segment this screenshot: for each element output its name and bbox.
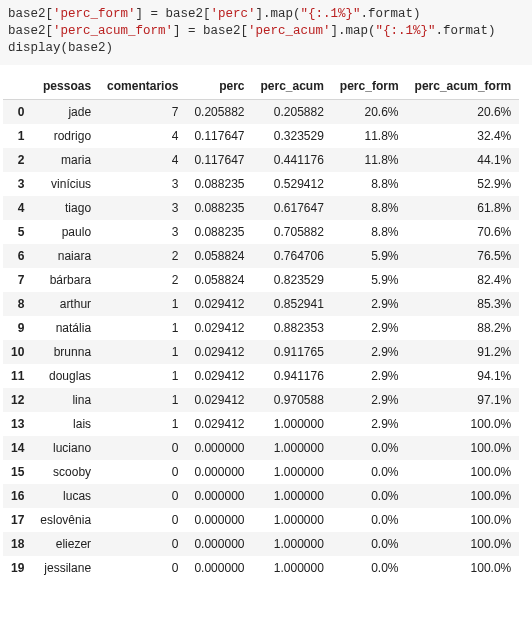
cell-perc_acum_form: 100.0% <box>407 508 520 532</box>
row-index: 2 <box>3 148 32 172</box>
cell-comentarios: 0 <box>99 508 186 532</box>
row-index: 17 <box>3 508 32 532</box>
cell-perc_acum: 0.941176 <box>252 364 331 388</box>
cell-perc_acum_form: 61.8% <box>407 196 520 220</box>
cell-perc_acum_form: 91.2% <box>407 340 520 364</box>
cell-perc: 0.058824 <box>186 268 252 292</box>
cell-perc_acum_form: 70.6% <box>407 220 520 244</box>
cell-perc_acum: 1.000000 <box>252 412 331 436</box>
cell-perc: 0.029412 <box>186 316 252 340</box>
table-row: 5paulo30.0882350.7058828.8%70.6% <box>3 220 519 244</box>
row-index: 18 <box>3 532 32 556</box>
cell-perc: 0.000000 <box>186 436 252 460</box>
cell-comentarios: 7 <box>99 99 186 124</box>
cell-comentarios: 1 <box>99 388 186 412</box>
cell-perc_acum: 1.000000 <box>252 460 331 484</box>
cell-pessoas: jade <box>32 99 99 124</box>
cell-perc_form: 0.0% <box>332 508 407 532</box>
cell-perc_acum: 1.000000 <box>252 436 331 460</box>
cell-perc: 0.029412 <box>186 412 252 436</box>
cell-pessoas: lucas <box>32 484 99 508</box>
cell-perc_acum_form: 100.0% <box>407 532 520 556</box>
cell-pessoas: paulo <box>32 220 99 244</box>
table-row: 3vinícius30.0882350.5294128.8%52.9% <box>3 172 519 196</box>
cell-perc: 0.088235 <box>186 220 252 244</box>
cell-perc_acum: 0.882353 <box>252 316 331 340</box>
table-row: 8arthur10.0294120.8529412.9%85.3% <box>3 292 519 316</box>
cell-comentarios: 0 <box>99 556 186 580</box>
table-row: 7bárbara20.0588240.8235295.9%82.4% <box>3 268 519 292</box>
cell-perc_form: 0.0% <box>332 484 407 508</box>
cell-comentarios: 0 <box>99 460 186 484</box>
cell-pessoas: maria <box>32 148 99 172</box>
cell-comentarios: 3 <box>99 172 186 196</box>
cell-perc: 0.000000 <box>186 556 252 580</box>
cell-perc_form: 20.6% <box>332 99 407 124</box>
cell-perc: 0.000000 <box>186 484 252 508</box>
cell-perc_form: 8.8% <box>332 196 407 220</box>
cell-perc_form: 0.0% <box>332 532 407 556</box>
cell-pessoas: rodrigo <box>32 124 99 148</box>
table-row: 16lucas00.0000001.0000000.0%100.0% <box>3 484 519 508</box>
cell-perc_acum_form: 100.0% <box>407 556 520 580</box>
cell-perc: 0.205882 <box>186 99 252 124</box>
table-row: 10brunna10.0294120.9117652.9%91.2% <box>3 340 519 364</box>
table-row: 13lais10.0294121.0000002.9%100.0% <box>3 412 519 436</box>
cell-perc_acum: 0.970588 <box>252 388 331 412</box>
cell-perc: 0.088235 <box>186 172 252 196</box>
table-row: 11douglas10.0294120.9411762.9%94.1% <box>3 364 519 388</box>
cell-perc_acum_form: 44.1% <box>407 148 520 172</box>
cell-comentarios: 3 <box>99 196 186 220</box>
cell-pessoas: naiara <box>32 244 99 268</box>
cell-perc_acum: 0.911765 <box>252 340 331 364</box>
cell-perc_form: 2.9% <box>332 412 407 436</box>
cell-perc_form: 2.9% <box>332 364 407 388</box>
cell-perc_acum_form: 32.4% <box>407 124 520 148</box>
row-index: 15 <box>3 460 32 484</box>
cell-pessoas: eliezer <box>32 532 99 556</box>
table-row: 4tiago30.0882350.6176478.8%61.8% <box>3 196 519 220</box>
row-index: 3 <box>3 172 32 196</box>
row-index: 13 <box>3 412 32 436</box>
cell-comentarios: 4 <box>99 124 186 148</box>
row-index: 8 <box>3 292 32 316</box>
cell-perc_acum_form: 88.2% <box>407 316 520 340</box>
col-header: perc_form <box>332 73 407 100</box>
row-index: 1 <box>3 124 32 148</box>
cell-perc_acum_form: 100.0% <box>407 436 520 460</box>
cell-perc_acum: 1.000000 <box>252 508 331 532</box>
row-index: 12 <box>3 388 32 412</box>
cell-pessoas: natália <box>32 316 99 340</box>
row-index: 16 <box>3 484 32 508</box>
table-row: 15scooby00.0000001.0000000.0%100.0% <box>3 460 519 484</box>
cell-pessoas: arthur <box>32 292 99 316</box>
cell-perc_form: 0.0% <box>332 460 407 484</box>
cell-perc: 0.029412 <box>186 364 252 388</box>
cell-perc_acum: 0.205882 <box>252 99 331 124</box>
cell-perc_acum_form: 100.0% <box>407 484 520 508</box>
table-row: 1rodrigo40.1176470.32352911.8%32.4% <box>3 124 519 148</box>
row-index: 6 <box>3 244 32 268</box>
code-cell: base2['perc_form'] = base2['perc'].map("… <box>0 0 532 65</box>
cell-perc_acum: 0.617647 <box>252 196 331 220</box>
cell-perc_form: 2.9% <box>332 340 407 364</box>
col-header: pessoas <box>32 73 99 100</box>
table-row: 9natália10.0294120.8823532.9%88.2% <box>3 316 519 340</box>
cell-pessoas: luciano <box>32 436 99 460</box>
code-line-3: display(base2) <box>8 41 113 55</box>
cell-perc: 0.000000 <box>186 460 252 484</box>
cell-perc_acum: 0.705882 <box>252 220 331 244</box>
row-index: 4 <box>3 196 32 220</box>
cell-perc_form: 2.9% <box>332 316 407 340</box>
cell-perc_acum: 0.323529 <box>252 124 331 148</box>
cell-perc_form: 2.9% <box>332 388 407 412</box>
cell-perc_form: 11.8% <box>332 124 407 148</box>
cell-perc_acum_form: 20.6% <box>407 99 520 124</box>
cell-comentarios: 1 <box>99 316 186 340</box>
cell-perc_acum: 0.823529 <box>252 268 331 292</box>
cell-perc: 0.029412 <box>186 292 252 316</box>
cell-comentarios: 0 <box>99 484 186 508</box>
cell-perc_acum_form: 82.4% <box>407 268 520 292</box>
cell-perc_acum_form: 100.0% <box>407 460 520 484</box>
table-row: 12lina10.0294120.9705882.9%97.1% <box>3 388 519 412</box>
